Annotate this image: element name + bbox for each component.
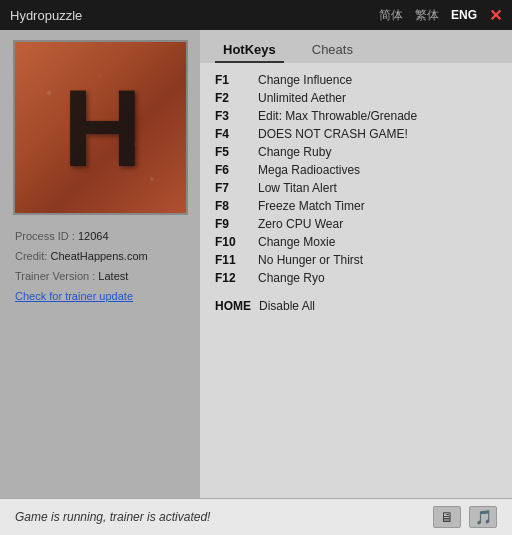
process-id-label: Process ID : xyxy=(15,230,75,242)
left-panel: H Process ID : 12064 Credit: CheatHappen… xyxy=(0,30,200,498)
close-button[interactable]: ✕ xyxy=(489,6,502,25)
version-value: Latest xyxy=(98,270,128,282)
hotkey-item: F1Change Influence xyxy=(215,73,497,87)
hotkey-desc: Freeze Match Timer xyxy=(258,199,365,213)
hotkey-key: F1 xyxy=(215,73,250,87)
title-bar: Hydropuzzle 简体 繁体 ENG ✕ xyxy=(0,0,512,30)
hotkey-item: F4DOES NOT CRASH GAME! xyxy=(215,127,497,141)
hotkey-key: F11 xyxy=(215,253,250,267)
hotkey-key: F10 xyxy=(215,235,250,249)
game-image-letter: H xyxy=(63,64,137,191)
main-area: H Process ID : 12064 Credit: CheatHappen… xyxy=(0,30,512,498)
hotkey-item: F9Zero CPU Wear xyxy=(215,217,497,231)
process-id-value: 12064 xyxy=(78,230,109,242)
music-icon-btn[interactable]: 🎵 xyxy=(469,506,497,528)
home-hotkey-item: HOMEDisable All xyxy=(215,299,497,313)
lang-simple-btn[interactable]: 简体 xyxy=(379,7,403,24)
hotkey-desc: Change Ryo xyxy=(258,271,325,285)
hotkey-desc: Change Moxie xyxy=(258,235,335,249)
hotkey-item: F10Change Moxie xyxy=(215,235,497,249)
hotkey-desc: Zero CPU Wear xyxy=(258,217,343,231)
lang-english-btn[interactable]: ENG xyxy=(451,8,477,22)
hotkey-key: F2 xyxy=(215,91,250,105)
process-id-row: Process ID : 12064 xyxy=(15,230,185,242)
info-section: Process ID : 12064 Credit: CheatHappens.… xyxy=(10,230,190,310)
hotkey-item: F11No Hunger or Thirst xyxy=(215,253,497,267)
hotkey-item: F7Low Titan Alert xyxy=(215,181,497,195)
hotkeys-content: F1Change InfluenceF2Unlimited AetherF3Ed… xyxy=(200,63,512,498)
hotkey-item: F5Change Ruby xyxy=(215,145,497,159)
tab-cheats[interactable]: Cheats xyxy=(304,38,361,63)
hotkey-item: F12Change Ryo xyxy=(215,271,497,285)
hotkey-key: F12 xyxy=(215,271,250,285)
hotkey-item: F2Unlimited Aether xyxy=(215,91,497,105)
hotkey-key: F8 xyxy=(215,199,250,213)
update-link-row[interactable]: Check for trainer update xyxy=(15,290,185,302)
credit-value: CheatHappens.com xyxy=(50,250,147,262)
hotkey-desc: No Hunger or Thirst xyxy=(258,253,363,267)
credit-label: Credit: xyxy=(15,250,47,262)
music-icon: 🎵 xyxy=(475,509,492,525)
right-panel: HotKeys Cheats F1Change InfluenceF2Unlim… xyxy=(200,30,512,498)
hotkey-item: F8Freeze Match Timer xyxy=(215,199,497,213)
hotkey-item: F3Edit: Max Throwable/Grenade xyxy=(215,109,497,123)
game-image: H xyxy=(13,40,188,215)
version-row: Trainer Version : Latest xyxy=(15,270,185,282)
hotkey-desc: Change Influence xyxy=(258,73,352,87)
hotkey-desc: Edit: Max Throwable/Grenade xyxy=(258,109,417,123)
hotkey-key: F3 xyxy=(215,109,250,123)
version-label: Trainer Version : xyxy=(15,270,95,282)
lang-traditional-btn[interactable]: 繁体 xyxy=(415,7,439,24)
status-message: Game is running, trainer is activated! xyxy=(15,510,210,524)
hotkey-key: F4 xyxy=(215,127,250,141)
app-title: Hydropuzzle xyxy=(10,8,82,23)
monitor-icon: 🖥 xyxy=(440,509,454,525)
credit-row: Credit: CheatHappens.com xyxy=(15,250,185,262)
title-bar-controls: 简体 繁体 ENG ✕ xyxy=(379,6,502,25)
tabs-bar: HotKeys Cheats xyxy=(200,30,512,63)
hotkey-desc: Low Titan Alert xyxy=(258,181,337,195)
hotkey-desc: DOES NOT CRASH GAME! xyxy=(258,127,408,141)
hotkey-key: F6 xyxy=(215,163,250,177)
update-link[interactable]: Check for trainer update xyxy=(15,290,133,302)
hotkey-desc: Change Ruby xyxy=(258,145,331,159)
home-key: HOME xyxy=(215,299,251,313)
status-icons: 🖥 🎵 xyxy=(433,506,497,528)
status-bar: Game is running, trainer is activated! 🖥… xyxy=(0,498,512,535)
hotkey-item: F6Mega Radioactives xyxy=(215,163,497,177)
tab-hotkeys[interactable]: HotKeys xyxy=(215,38,284,63)
home-desc: Disable All xyxy=(259,299,315,313)
monitor-icon-btn[interactable]: 🖥 xyxy=(433,506,461,528)
hotkey-key: F5 xyxy=(215,145,250,159)
hotkey-desc: Unlimited Aether xyxy=(258,91,346,105)
hotkey-key: F9 xyxy=(215,217,250,231)
hotkey-desc: Mega Radioactives xyxy=(258,163,360,177)
hotkey-key: F7 xyxy=(215,181,250,195)
